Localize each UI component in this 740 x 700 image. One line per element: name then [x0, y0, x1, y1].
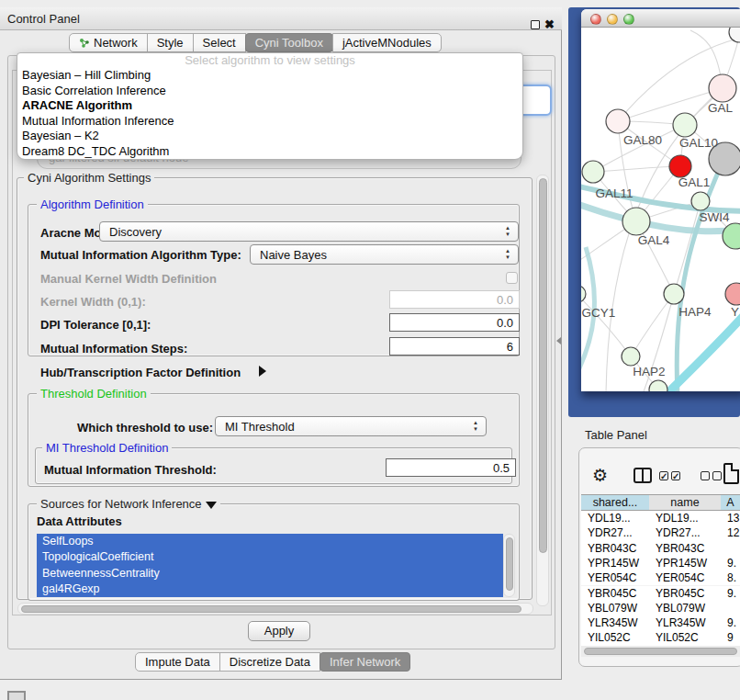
attribute-list-item[interactable]: TopologicalCoefficient [37, 549, 503, 565]
column-header-A[interactable]: A [721, 494, 740, 511]
expand-right-icon[interactable] [259, 366, 266, 377]
aracne-mode-combo[interactable]: Discovery ▲▼ [99, 221, 519, 242]
table-cell[interactable]: 12 [721, 525, 740, 540]
table-cell[interactable]: YBR043C [581, 541, 650, 556]
table-cell[interactable]: YIL052C [581, 630, 650, 645]
tab-jactivemnodules[interactable]: jActiveMNodules [332, 33, 442, 52]
table-cell[interactable]: YDR27... [581, 525, 650, 540]
table-cell[interactable]: YER054C [649, 570, 722, 585]
network-window-titlebar[interactable] [581, 9, 740, 28]
tab-style[interactable]: Style [147, 33, 194, 52]
zoom-traffic-light[interactable] [623, 14, 634, 25]
table-cell[interactable]: YBR045C [581, 586, 650, 601]
dpi-tolerance-field[interactable]: 0.0 [389, 313, 520, 332]
scrollbar-thumb[interactable] [584, 648, 737, 655]
floating-panel-icon[interactable] [7, 691, 26, 700]
unchecked-checkbox-icon[interactable] [712, 471, 722, 480]
network-node-gal[interactable] [709, 74, 736, 102]
apply-button[interactable]: Apply [248, 621, 310, 641]
column-header-shared[interactable]: shared... [581, 494, 650, 511]
mi-type-combo[interactable]: Naive Bayes ▲▼ [250, 244, 519, 265]
table-cell[interactable]: 8. [721, 570, 740, 585]
close-traffic-light[interactable] [590, 14, 601, 25]
table-cell[interactable]: YDL19... [581, 511, 650, 525]
network-node-y[interactable] [725, 283, 740, 305]
unchecked-checkbox-icon[interactable] [701, 471, 710, 480]
tab-infer-network[interactable]: Infer Network [320, 652, 410, 672]
hub-definition-label[interactable]: Hub/Transcription Factor Definition [40, 366, 241, 379]
table-cell[interactable] [721, 601, 740, 615]
network-node-gal80[interactable] [606, 109, 630, 133]
table-cell[interactable]: YBR043C [649, 541, 722, 556]
table-cell[interactable]: YDL19... [649, 511, 722, 525]
table-cell[interactable]: 13 [721, 511, 740, 525]
checked-checkbox-icon[interactable]: ✓ [659, 471, 668, 480]
dropdown-item[interactable]: Bayesian – K2 [17, 129, 522, 144]
dropdown-item[interactable]: Dream8 DC_TDC Algorithm [17, 144, 522, 160]
scrollbar-thumb[interactable] [21, 605, 521, 613]
attributes-list-scrollbar[interactable] [503, 534, 515, 597]
splitter-collapse-icon[interactable] [556, 337, 561, 344]
network-node[interactable] [723, 223, 740, 249]
checked-checkbox-icon[interactable]: ✓ [671, 471, 680, 480]
scrollbar-thumb[interactable] [506, 537, 513, 591]
dropdown-item[interactable]: Mutual Information Inference [17, 114, 522, 130]
attribute-list-item[interactable]: BetweennessCentrality [37, 566, 503, 581]
table-horizontal-scrollbar[interactable] [581, 646, 740, 657]
table-cell[interactable]: YIL052C [649, 630, 722, 645]
network-node[interactable] [729, 28, 740, 42]
network-node-gal10[interactable] [673, 113, 697, 137]
table-cell[interactable]: YLR345W [649, 615, 722, 630]
tab-cyni-toolbox[interactable]: Cyni Toolbox [245, 33, 333, 52]
document-icon[interactable] [723, 463, 739, 484]
which-threshold-combo[interactable]: MI Threshold ▲▼ [215, 416, 487, 436]
sources-title[interactable]: Sources for Network Inference [37, 497, 220, 511]
scrollbar-thumb[interactable] [539, 178, 547, 553]
network-node-gal11[interactable] [582, 161, 604, 183]
network-node-hap2[interactable] [622, 347, 640, 366]
network-node-hap4[interactable] [664, 284, 684, 304]
table-cell[interactable]: 9 [721, 630, 740, 645]
tab-label: Cyni Toolbox [255, 36, 323, 50]
table-cell[interactable]: YLR345W [581, 615, 650, 630]
column-view-icon[interactable] [633, 468, 652, 483]
table-cell[interactable]: 9. [721, 556, 740, 570]
table-cell[interactable]: 9. [721, 586, 740, 601]
gear-icon[interactable]: ⚙ [592, 465, 608, 486]
network-node-gcy1[interactable] [581, 286, 586, 302]
attribute-list-item[interactable]: gal4RGexp [37, 581, 503, 597]
tab-discretize-data[interactable]: Discretize Data [219, 652, 320, 672]
network-node-swi4[interactable] [691, 192, 710, 210]
table-cell[interactable]: YBR045C [649, 586, 722, 601]
tab-select[interactable]: Select [193, 33, 246, 52]
close-icon[interactable]: ✖ [544, 17, 555, 31]
table-cell[interactable]: YDR27... [649, 525, 722, 540]
table-cell[interactable]: YER054C [581, 570, 650, 585]
tab-network[interactable]: Network [69, 33, 148, 52]
network-node-gal4[interactable] [622, 208, 650, 235]
settings-horizontal-scrollbar[interactable] [17, 603, 533, 615]
table-cell[interactable] [721, 541, 740, 556]
column-header-name[interactable]: name [649, 494, 722, 511]
minimize-traffic-light[interactable] [607, 14, 618, 25]
table-cell[interactable]: 9. [721, 615, 740, 630]
table-cell[interactable]: YBL079W [581, 601, 650, 615]
settings-vertical-scrollbar[interactable] [536, 175, 549, 606]
mi-threshold-field[interactable]: 0.5 [386, 458, 516, 477]
dropdown-item[interactable]: ARACNE Algorithm [17, 98, 522, 114]
dropdown-item[interactable]: Bayesian – Hill Climbing [17, 68, 522, 84]
network-node-gal1[interactable] [669, 155, 691, 177]
network-icon [79, 38, 90, 49]
table-cell[interactable]: YPR145W [649, 556, 722, 570]
float-window-icon[interactable] [531, 20, 540, 29]
table-cell[interactable]: YPR145W [581, 556, 650, 570]
table-cell[interactable]: YBL079W [649, 601, 722, 615]
dropdown-item[interactable]: Basic Correlation Inference [17, 84, 522, 99]
mi-steps-field[interactable]: 6 [389, 337, 520, 356]
tab-impute-data[interactable]: Impute Data [135, 652, 220, 672]
manual-kernel-checkbox[interactable] [506, 272, 518, 284]
network-canvas[interactable]: GALGAL80GAL10GAL1GAL11SWI4GAL4GCY1HAP4YH… [581, 28, 740, 391]
data-attributes-list[interactable]: SelfLoopsTopologicalCoefficientBetweenne… [37, 534, 503, 597]
attribute-list-item[interactable]: SelfLoops [37, 534, 503, 549]
kernel-width-field[interactable]: 0.0 [389, 290, 520, 309]
